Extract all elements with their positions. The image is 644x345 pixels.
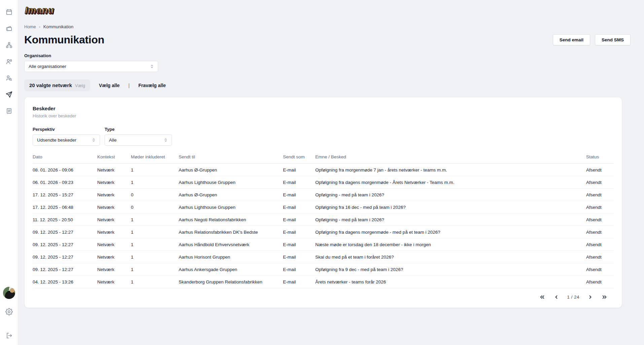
table-row[interactable]: 08. 01. 2026 - 09:06Netværk1Aarhus Ø-Gru… — [33, 164, 614, 176]
table-body: 08. 01. 2026 - 09:06Netværk1Aarhus Ø-Gru… — [33, 164, 614, 288]
table-header-row: DatoKontekstMøder inkluderetSendt tilSen… — [33, 154, 614, 164]
table-row[interactable]: 09. 12. 2025 - 12:27Netværk1Aarhus Horis… — [33, 251, 614, 263]
table-cell: Opfølgning fra dagens morgenmøde - med p… — [315, 226, 586, 238]
type-select[interactable]: Alle — [105, 135, 172, 146]
table-cell: Aarhus Ø-Gruppen — [179, 164, 283, 176]
table-cell: Afsendt — [586, 251, 614, 263]
table-cell: 1 — [131, 176, 179, 189]
table-cell: E-mail — [283, 176, 315, 189]
table-cell: 1 — [131, 276, 179, 288]
table-row[interactable]: 17. 12. 2025 - 15:27Netværk0Aarhus Ø-Gru… — [33, 189, 614, 201]
next-page-button[interactable] — [587, 294, 594, 300]
table-cell: Netværk — [97, 251, 131, 263]
sitemap-icon[interactable] — [5, 41, 13, 49]
table-row[interactable]: 09. 12. 2025 - 12:27Netværk1Aarhus Relat… — [33, 226, 614, 238]
table-row[interactable]: 04. 12. 2025 - 13:26Netværk1Skanderborg … — [33, 276, 614, 288]
last-page-button[interactable] — [601, 294, 608, 300]
network-selection-row: 20 valgte netværk Vælg Vælg alle | Fravæ… — [24, 79, 627, 91]
deselect-all-link[interactable]: Fravælg alle — [138, 83, 166, 88]
send-icon[interactable] — [5, 90, 13, 99]
table-cell: E-mail — [283, 226, 315, 238]
column-header: Sendt til — [179, 154, 283, 164]
calendar-icon[interactable] — [5, 8, 13, 16]
app-logo[interactable]: Imanu — [24, 5, 56, 17]
table-cell: Netværk — [97, 226, 131, 238]
table-cell: E-mail — [283, 251, 315, 263]
table-cell: 04. 12. 2025 - 13:26 — [33, 276, 97, 288]
table-cell: Netværk — [97, 214, 131, 226]
table-cell: Opfølgning fra 9 dec - med på team i 202… — [315, 263, 586, 276]
pagination: 1 / 24 — [33, 294, 614, 300]
type-select-value: Alle — [109, 138, 117, 143]
table-cell: 09. 12. 2025 - 12:27 — [33, 226, 97, 238]
gear-icon[interactable] — [5, 308, 13, 316]
table-cell: 1 — [131, 214, 179, 226]
type-label: Type — [105, 127, 172, 132]
users-icon[interactable] — [5, 58, 13, 66]
link-divider: | — [129, 83, 130, 88]
table-cell: Aarhus Lighthouse Gruppen — [179, 201, 283, 214]
user-search-icon[interactable] — [5, 74, 13, 82]
table-cell: Afsendt — [586, 226, 614, 238]
table-cell: Aarhus Håndbold Erhvervsnetværk — [179, 238, 283, 251]
chevron-up-down-icon — [163, 138, 168, 143]
avatar[interactable] — [3, 287, 15, 299]
perspective-filter: Perspektiv Udsendte beskeder — [33, 127, 100, 146]
table-cell: Afsendt — [586, 238, 614, 251]
column-header: Status — [586, 154, 614, 164]
header-buttons: Send email Send SMS — [553, 34, 631, 45]
selected-networks-chip[interactable]: 20 valgte netværk Vælg — [24, 79, 90, 91]
table-cell: Afsendt — [586, 201, 614, 214]
table-cell: E-mail — [283, 214, 315, 226]
table-cell: Netværk — [97, 276, 131, 288]
table-row[interactable]: 06. 01. 2026 - 09:23Netværk1Aarhus Light… — [33, 176, 614, 189]
previous-page-button[interactable] — [553, 294, 560, 300]
table-cell: Skanderborg Gruppen Relationsfabrikken — [179, 276, 283, 288]
table-row[interactable]: 11. 12. 2025 - 20:50Netværk1Aarhus Negot… — [33, 214, 614, 226]
table-cell: 09. 12. 2025 - 12:27 — [33, 251, 97, 263]
wallet-icon[interactable] — [5, 25, 13, 33]
table-row[interactable]: 09. 12. 2025 - 12:27Netværk1Aarhus Håndb… — [33, 238, 614, 251]
messages-card: Beskeder Historik over beskeder Perspekt… — [24, 97, 622, 308]
table-cell: 1 — [131, 164, 179, 176]
selected-networks-count: 20 valgte netværk — [29, 82, 72, 88]
table-cell: Aarhus Relationsfabrikken DK's Bedste — [179, 226, 283, 238]
column-header: Dato — [33, 154, 97, 164]
table-cell: Aarhus Lighthouse Gruppen — [179, 176, 283, 189]
card-filters: Perspektiv Udsendte beskeder Type Alle — [33, 127, 614, 146]
first-page-button[interactable] — [539, 294, 545, 300]
table-row[interactable]: 17. 12. 2025 - 06:48Netværk0Aarhus Light… — [33, 201, 614, 214]
table-cell: 11. 12. 2025 - 20:50 — [33, 214, 97, 226]
table-row[interactable]: 09. 12. 2025 - 12:27Netværk1Aarhus Anker… — [33, 263, 614, 276]
table-cell: E-mail — [283, 263, 315, 276]
table-cell: E-mail — [283, 276, 315, 288]
table-cell: Opfølgning fra 16 dec - med på team i 20… — [315, 201, 586, 214]
table-cell: Afsendt — [586, 263, 614, 276]
table-cell: 0 — [131, 189, 179, 201]
notes-icon[interactable] — [5, 107, 13, 115]
table-cell: Opfølgning fra morgenmøde 7 jan - årets … — [315, 164, 586, 176]
table-cell: Afsendt — [586, 276, 614, 288]
chevron-up-down-icon — [91, 138, 96, 143]
send-sms-button[interactable]: Send SMS — [595, 34, 631, 45]
selected-networks-choose-link[interactable]: Vælg — [75, 83, 85, 88]
table-cell: 1 — [131, 263, 179, 276]
table-cell: Opfølgning - med på team i 2026? — [315, 189, 586, 201]
page-indicator: 1 / 24 — [567, 295, 579, 300]
perspective-label: Perspektiv — [33, 127, 100, 132]
table-cell: Opfølgning fra dagens morgenmøde - Årets… — [315, 176, 586, 189]
logout-icon[interactable] — [5, 332, 13, 340]
perspective-select[interactable]: Udsendte beskeder — [33, 135, 100, 146]
breadcrumb: Home › Kommunikation — [24, 24, 627, 29]
send-email-button[interactable]: Send email — [553, 34, 590, 45]
breadcrumb-separator-icon: › — [39, 25, 40, 29]
organisation-select[interactable]: Alle organisationer — [24, 61, 158, 72]
table-cell: 09. 12. 2025 - 12:27 — [33, 238, 97, 251]
breadcrumb-home-link[interactable]: Home — [24, 24, 36, 29]
table-cell: Aarhus Ankersgade Gruppen — [179, 263, 283, 276]
table-cell: Netværk — [97, 201, 131, 214]
select-all-link[interactable]: Vælg alle — [99, 83, 119, 88]
table-cell: Aarhus Horisont Gruppen — [179, 251, 283, 263]
breadcrumb-current: Kommunikation — [43, 24, 74, 29]
messages-table: DatoKontekstMøder inkluderetSendt tilSen… — [33, 154, 614, 288]
